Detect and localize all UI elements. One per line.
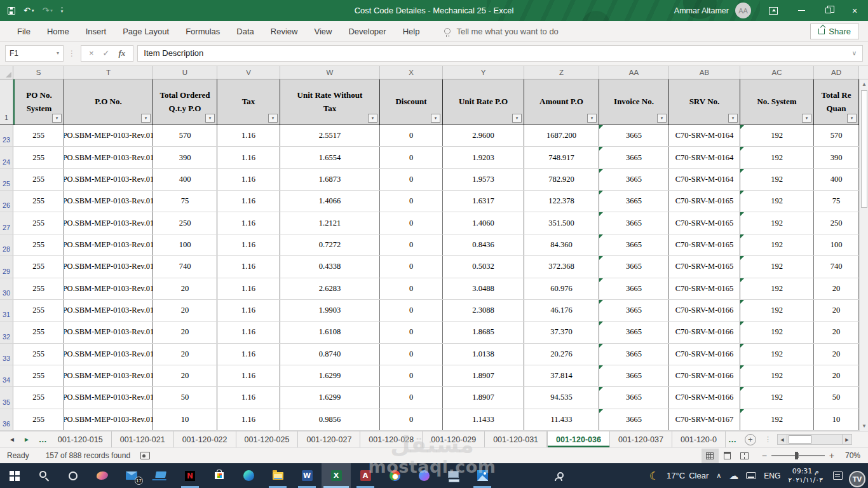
ribbon-tab-file[interactable]: File (9, 21, 39, 42)
cell-S23[interactable]: 255 (13, 125, 64, 146)
cell-T26[interactable]: PO.SBM-MEP-0103-Rev.01 (64, 191, 153, 212)
language-indicator[interactable]: ENG (764, 471, 780, 480)
your-phone-button[interactable] (146, 463, 175, 488)
row-header-36[interactable]: 36 (0, 409, 13, 430)
filter-dropdown-icon[interactable]: ▾ (802, 114, 811, 123)
header-cell-Y[interactable]: Unit Rate P.O▾ (443, 79, 524, 125)
cell-Z34[interactable]: 37.814 (524, 365, 599, 386)
access-button[interactable]: A (351, 463, 380, 488)
cell-X35[interactable]: 0 (380, 387, 443, 408)
cell-T33[interactable]: PO.SBM-MEP-0103-Rev.01 (64, 344, 153, 365)
cell-T36[interactable]: PO.SBM-MEP-0103-Rev.01 (64, 409, 153, 430)
filter-dropdown-icon[interactable]: ▾ (587, 114, 597, 123)
column-header-AD[interactable]: AD (814, 66, 859, 79)
zoom-in-button[interactable]: + (829, 451, 834, 461)
cell-AC36[interactable]: 192 (740, 409, 814, 430)
cell-Y34[interactable]: 1.8907 (443, 365, 524, 386)
share-button[interactable]: Share (810, 24, 859, 39)
cell-V26[interactable]: 1.16 (217, 191, 280, 212)
cell-S25[interactable]: 255 (13, 169, 64, 190)
people-button[interactable] (544, 463, 573, 488)
cell-AD26[interactable]: 75 (814, 191, 859, 212)
cell-W36[interactable]: 0.9856 (280, 409, 380, 430)
sheet-tab-001-120-0[interactable]: 001-120-0 (672, 431, 726, 447)
vertical-scrollbar[interactable]: ▲ ▼ (859, 79, 868, 431)
new-sheet-button[interactable]: + (745, 434, 756, 445)
cell-S33[interactable]: 255 (13, 344, 64, 365)
cell-Z30[interactable]: 60.976 (524, 278, 599, 299)
sheet-tab-001-120-015[interactable]: 001-120-015 (50, 431, 112, 447)
filter-dropdown-icon[interactable]: ▾ (141, 114, 151, 123)
header-cell-T[interactable]: P.O No.▾ (64, 79, 153, 125)
cell-Y32[interactable]: 1.8685 (443, 322, 524, 342)
cell-V24[interactable]: 1.16 (217, 147, 280, 168)
netflix-button[interactable]: N (175, 463, 205, 488)
clock[interactable]: 09:31 م ٢٠٢١/١١/٠٣ (788, 467, 823, 485)
tab-splitter[interactable]: ⋮ (764, 435, 772, 444)
edge-button[interactable] (234, 463, 263, 488)
normal-view-button[interactable] (702, 449, 719, 463)
filter-dropdown-icon[interactable]: ▾ (268, 114, 278, 123)
cell-AB31[interactable]: C70-SRV-M-0166 (669, 300, 740, 321)
cell-Z27[interactable]: 351.500 (524, 212, 599, 233)
cell-Z35[interactable]: 94.535 (524, 387, 599, 408)
restore-button[interactable] (815, 0, 841, 21)
cell-Z33[interactable]: 20.276 (524, 344, 599, 365)
insert-function-icon[interactable]: fx (119, 48, 126, 58)
filter-dropdown-icon[interactable]: ▾ (512, 114, 522, 123)
cell-AD31[interactable]: 20 (814, 300, 859, 321)
cell-AC33[interactable]: 192 (740, 344, 814, 365)
cell-AA25[interactable]: 3665 (599, 169, 669, 190)
cell-U25[interactable]: 400 (153, 169, 217, 190)
cell-Y35[interactable]: 1.8907 (443, 387, 524, 408)
cell-AA36[interactable]: 3665 (599, 409, 669, 430)
minimize-button[interactable] (788, 0, 815, 21)
cell-AC26[interactable]: 192 (740, 191, 814, 212)
horizontal-scrollbar-track[interactable] (787, 434, 842, 445)
file-explorer-button[interactable] (263, 463, 292, 488)
row-header-23[interactable]: 23 (0, 125, 13, 146)
cell-X30[interactable]: 0 (380, 278, 443, 299)
page-layout-view-button[interactable] (719, 449, 736, 463)
cell-V33[interactable]: 1.16 (217, 344, 280, 365)
cell-Y24[interactable]: 1.9203 (443, 147, 524, 168)
customize-qat-button[interactable]: ▾ (61, 8, 64, 14)
save-icon[interactable] (8, 7, 15, 15)
cell-V29[interactable]: 1.16 (217, 256, 280, 277)
cell-X24[interactable]: 0 (380, 147, 443, 168)
cell-AD36[interactable]: 10 (814, 409, 859, 430)
row-header-26[interactable]: 26 (0, 191, 13, 212)
cell-AD23[interactable]: 570 (814, 125, 859, 146)
row-header-25[interactable]: 25 (0, 169, 13, 190)
row-header-33[interactable]: 33 (0, 344, 13, 365)
cell-Z32[interactable]: 37.370 (524, 322, 599, 342)
cortana-button[interactable] (58, 463, 88, 488)
cell-AC28[interactable]: 192 (740, 234, 814, 255)
header-cell-X[interactable]: Discount▾ (380, 79, 443, 125)
cell-AA26[interactable]: 3665 (599, 191, 669, 212)
cell-S24[interactable]: 255 (13, 147, 64, 168)
cell-AD32[interactable]: 20 (814, 322, 859, 342)
cell-AA24[interactable]: 3665 (599, 147, 669, 168)
cell-AD27[interactable]: 250 (814, 212, 859, 233)
header-cell-AD[interactable]: Total Re Quan▾ (814, 79, 859, 125)
cell-U33[interactable]: 20 (153, 344, 217, 365)
filter-dropdown-icon[interactable]: ▾ (657, 114, 667, 123)
ribbon-tab-data[interactable]: Data (228, 21, 262, 42)
cell-T25[interactable]: PO.SBM-MEP-0103-Rev.01 (64, 169, 153, 190)
cell-W24[interactable]: 1.6554 (280, 147, 380, 168)
cell-V30[interactable]: 1.16 (217, 278, 280, 299)
cell-U26[interactable]: 75 (153, 191, 217, 212)
fish-game-button[interactable] (88, 463, 117, 488)
cell-U23[interactable]: 570 (153, 125, 217, 146)
cell-Y25[interactable]: 1.9573 (443, 169, 524, 190)
cell-AC35[interactable]: 192 (740, 387, 814, 408)
filter-dropdown-icon[interactable]: ▾ (205, 114, 215, 123)
cell-X27[interactable]: 0 (380, 212, 443, 233)
sheet-tab-001-120-028[interactable]: 001-120-028 (360, 431, 423, 447)
header-cell-AB[interactable]: SRV No.▾ (669, 79, 740, 125)
horizontal-scrollbar[interactable]: ◄ ► (777, 434, 852, 445)
cell-X28[interactable]: 0 (380, 234, 443, 255)
cell-AA29[interactable]: 3665 (599, 256, 669, 277)
cell-AB32[interactable]: C70-SRV-M-0166 (669, 322, 740, 342)
